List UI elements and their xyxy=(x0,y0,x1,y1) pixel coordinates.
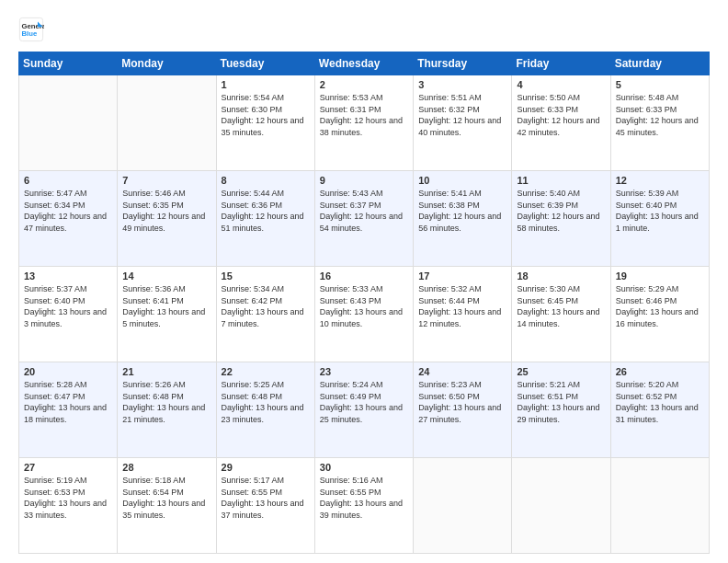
day-number: 10 xyxy=(418,175,506,186)
day-info: Sunrise: 5:34 AMSunset: 6:42 PMDaylight:… xyxy=(222,283,310,329)
day-number: 26 xyxy=(616,366,704,377)
sunrise-text: Sunrise: 5:48 AM xyxy=(616,92,704,104)
daylight-text: Daylight: 12 hours and 47 minutes. xyxy=(24,211,112,234)
calendar-day-12: 12Sunrise: 5:39 AMSunset: 6:40 PMDayligh… xyxy=(610,171,709,267)
day-number: 22 xyxy=(222,366,310,377)
calendar-day-5: 5Sunrise: 5:48 AMSunset: 6:33 PMDaylight… xyxy=(610,75,709,171)
day-info: Sunrise: 5:18 AMSunset: 6:54 PMDaylight:… xyxy=(122,475,210,521)
day-info: Sunrise: 5:39 AMSunset: 6:40 PMDaylight:… xyxy=(616,188,704,234)
calendar-day-7: 7Sunrise: 5:46 AMSunset: 6:35 PMDaylight… xyxy=(118,171,216,267)
daylight-text: Daylight: 12 hours and 51 minutes. xyxy=(222,211,310,234)
calendar-day-29: 29Sunrise: 5:17 AMSunset: 6:55 PMDayligh… xyxy=(216,458,314,554)
day-info: Sunrise: 5:53 AMSunset: 6:31 PMDaylight:… xyxy=(320,92,408,138)
day-info: Sunrise: 5:32 AMSunset: 6:44 PMDaylight:… xyxy=(418,283,506,329)
day-number: 13 xyxy=(24,270,112,282)
sunrise-text: Sunrise: 5:21 AM xyxy=(517,379,605,391)
sunrise-text: Sunrise: 5:54 AM xyxy=(222,92,310,104)
sunset-text: Sunset: 6:46 PM xyxy=(616,295,704,307)
calendar-table: SundayMondayTuesdayWednesdayThursdayFrid… xyxy=(18,52,710,554)
calendar-header-thursday: Thursday xyxy=(414,52,512,75)
sunset-text: Sunset: 6:50 PM xyxy=(418,391,506,403)
daylight-text: Daylight: 13 hours and 21 minutes. xyxy=(122,402,210,425)
daylight-text: Daylight: 13 hours and 39 minutes. xyxy=(320,498,408,521)
sunset-text: Sunset: 6:31 PM xyxy=(320,104,408,116)
day-info: Sunrise: 5:33 AMSunset: 6:43 PMDaylight:… xyxy=(320,283,408,329)
day-number: 16 xyxy=(320,270,408,282)
day-info: Sunrise: 5:46 AMSunset: 6:35 PMDaylight:… xyxy=(122,188,210,234)
daylight-text: Daylight: 12 hours and 38 minutes. xyxy=(320,115,408,138)
sunset-text: Sunset: 6:37 PM xyxy=(320,200,408,212)
day-number: 12 xyxy=(616,175,704,186)
calendar-header-wednesday: Wednesday xyxy=(314,52,413,75)
day-number: 29 xyxy=(222,462,310,473)
daylight-text: Daylight: 13 hours and 3 minutes. xyxy=(24,306,112,329)
sunrise-text: Sunrise: 5:41 AM xyxy=(418,188,506,200)
day-info: Sunrise: 5:51 AMSunset: 6:32 PMDaylight:… xyxy=(418,92,506,138)
daylight-text: Daylight: 13 hours and 25 minutes. xyxy=(320,402,408,425)
sunset-text: Sunset: 6:44 PM xyxy=(418,295,506,307)
sunset-text: Sunset: 6:41 PM xyxy=(122,295,210,307)
daylight-text: Daylight: 13 hours and 31 minutes. xyxy=(616,402,704,425)
sunrise-text: Sunrise: 5:24 AM xyxy=(320,379,408,391)
daylight-text: Daylight: 12 hours and 54 minutes. xyxy=(320,211,408,234)
day-info: Sunrise: 5:25 AMSunset: 6:48 PMDaylight:… xyxy=(222,379,310,425)
calendar-empty-cell xyxy=(610,458,709,554)
daylight-text: Daylight: 13 hours and 10 minutes. xyxy=(320,306,408,329)
day-info: Sunrise: 5:41 AMSunset: 6:38 PMDaylight:… xyxy=(418,188,506,234)
day-info: Sunrise: 5:54 AMSunset: 6:30 PMDaylight:… xyxy=(222,92,310,138)
day-number: 2 xyxy=(320,79,408,90)
calendar-day-30: 30Sunrise: 5:16 AMSunset: 6:55 PMDayligh… xyxy=(314,458,413,554)
sunrise-text: Sunrise: 5:34 AM xyxy=(222,283,310,295)
day-info: Sunrise: 5:28 AMSunset: 6:47 PMDaylight:… xyxy=(24,379,112,425)
sunset-text: Sunset: 6:32 PM xyxy=(418,104,506,116)
daylight-text: Daylight: 12 hours and 40 minutes. xyxy=(418,115,506,138)
day-number: 21 xyxy=(122,366,210,377)
sunrise-text: Sunrise: 5:37 AM xyxy=(24,283,112,295)
calendar-week-row: 6Sunrise: 5:47 AMSunset: 6:34 PMDaylight… xyxy=(19,171,710,267)
day-number: 27 xyxy=(24,462,112,473)
sunset-text: Sunset: 6:55 PM xyxy=(320,487,408,499)
daylight-text: Daylight: 13 hours and 27 minutes. xyxy=(418,402,506,425)
sunset-text: Sunset: 6:34 PM xyxy=(24,200,112,212)
daylight-text: Daylight: 13 hours and 12 minutes. xyxy=(418,306,506,329)
calendar-day-15: 15Sunrise: 5:34 AMSunset: 6:42 PMDayligh… xyxy=(216,267,314,362)
daylight-text: Daylight: 13 hours and 1 minute. xyxy=(616,211,704,234)
daylight-text: Daylight: 13 hours and 18 minutes. xyxy=(24,402,112,425)
calendar-day-20: 20Sunrise: 5:28 AMSunset: 6:47 PMDayligh… xyxy=(19,362,118,458)
daylight-text: Daylight: 12 hours and 45 minutes. xyxy=(616,115,704,138)
sunset-text: Sunset: 6:52 PM xyxy=(616,391,704,403)
sunrise-text: Sunrise: 5:40 AM xyxy=(517,188,605,200)
daylight-text: Daylight: 12 hours and 35 minutes. xyxy=(222,115,310,138)
calendar-empty-cell xyxy=(118,75,216,171)
calendar-day-3: 3Sunrise: 5:51 AMSunset: 6:32 PMDaylight… xyxy=(414,75,512,171)
calendar-day-8: 8Sunrise: 5:44 AMSunset: 6:36 PMDaylight… xyxy=(216,171,314,267)
sunrise-text: Sunrise: 5:28 AM xyxy=(24,379,112,391)
day-number: 11 xyxy=(517,175,605,186)
day-number: 6 xyxy=(24,175,112,186)
daylight-text: Daylight: 13 hours and 37 minutes. xyxy=(222,498,310,521)
daylight-text: Daylight: 13 hours and 7 minutes. xyxy=(222,306,310,329)
calendar-day-21: 21Sunrise: 5:26 AMSunset: 6:48 PMDayligh… xyxy=(118,362,216,458)
calendar-day-10: 10Sunrise: 5:41 AMSunset: 6:38 PMDayligh… xyxy=(414,171,512,267)
sunrise-text: Sunrise: 5:26 AM xyxy=(122,379,210,391)
calendar-week-row: 20Sunrise: 5:28 AMSunset: 6:47 PMDayligh… xyxy=(19,362,710,458)
day-info: Sunrise: 5:43 AMSunset: 6:37 PMDaylight:… xyxy=(320,188,408,234)
calendar-day-2: 2Sunrise: 5:53 AMSunset: 6:31 PMDaylight… xyxy=(314,75,413,171)
sunset-text: Sunset: 6:55 PM xyxy=(222,487,310,499)
day-info: Sunrise: 5:19 AMSunset: 6:53 PMDaylight:… xyxy=(24,475,112,521)
sunset-text: Sunset: 6:30 PM xyxy=(222,104,310,116)
sunrise-text: Sunrise: 5:33 AM xyxy=(320,283,408,295)
daylight-text: Daylight: 13 hours and 35 minutes. xyxy=(122,498,210,521)
day-number: 1 xyxy=(222,79,310,90)
sunrise-text: Sunrise: 5:17 AM xyxy=(222,475,310,487)
daylight-text: Daylight: 13 hours and 29 minutes. xyxy=(517,402,605,425)
day-info: Sunrise: 5:50 AMSunset: 6:33 PMDaylight:… xyxy=(517,92,605,138)
calendar-day-26: 26Sunrise: 5:20 AMSunset: 6:52 PMDayligh… xyxy=(610,362,709,458)
sunrise-text: Sunrise: 5:47 AM xyxy=(24,188,112,200)
sunset-text: Sunset: 6:39 PM xyxy=(517,200,605,212)
calendar-day-19: 19Sunrise: 5:29 AMSunset: 6:46 PMDayligh… xyxy=(610,267,709,362)
day-info: Sunrise: 5:24 AMSunset: 6:49 PMDaylight:… xyxy=(320,379,408,425)
day-number: 14 xyxy=(122,270,210,282)
sunset-text: Sunset: 6:53 PM xyxy=(24,487,112,499)
sunset-text: Sunset: 6:49 PM xyxy=(320,391,408,403)
